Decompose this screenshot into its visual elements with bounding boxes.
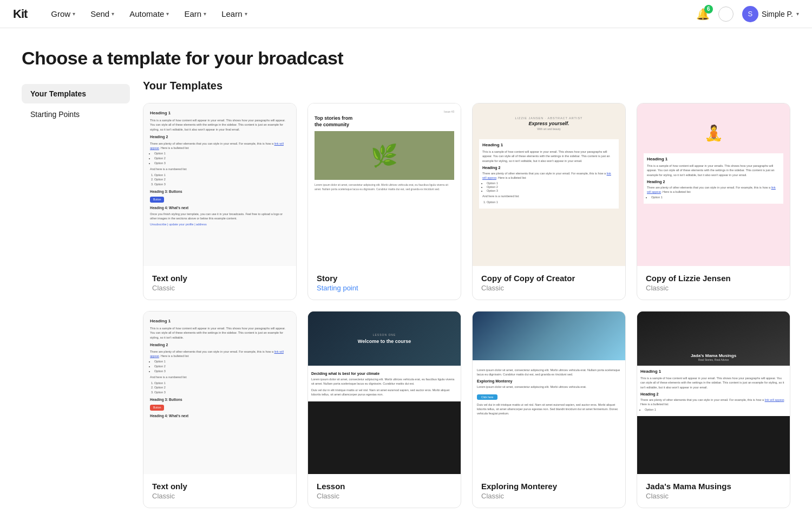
template-preview-story: Issue #3 Top stories fromthe community 🌿… <box>308 103 461 266</box>
story-image: 🌿 <box>315 131 454 180</box>
templates-grid-row1: Heading 1 This is a sample of how conten… <box>143 103 790 300</box>
template-info-creator: Copy of Copy of Creator Classic <box>473 266 625 300</box>
template-card-lizzie[interactable]: 🧘 Heading 1 This is a sample of how cont… <box>637 103 790 300</box>
page-header: Choose a template for your broadcast <box>0 28 812 80</box>
template-preview-text-only: Heading 1 This is a sample of how conten… <box>143 103 296 266</box>
nav-links: Grow ▾ Send ▾ Automate ▾ Earn ▾ Learn ▾ <box>44 6 696 22</box>
nav-circle-icon[interactable] <box>718 7 734 22</box>
lesson-image: LESSON ONE Welcome to the course <box>308 312 461 366</box>
template-type: Classic <box>152 284 287 292</box>
template-name: Copy of Copy of Creator <box>481 274 617 283</box>
monterey-image <box>473 312 625 360</box>
template-info-text-only: Text only Classic <box>143 266 296 300</box>
template-preview-text-only-2: Heading 1 This is a sample of how conten… <box>143 312 296 474</box>
nav-right: 🔔 6 S Simple P. ▾ <box>696 6 799 22</box>
template-preview-creator: LIZZIE JANSEN · ABSTRACT ARTIST Express … <box>473 103 625 266</box>
main-content: Your Templates Heading 1 This is a sampl… <box>130 80 790 508</box>
notification-badge: 6 <box>704 5 713 14</box>
template-card-story[interactable]: Issue #3 Top stories fromthe community 🌿… <box>307 103 461 300</box>
lizzie-art-icon: 🧘 <box>697 116 730 149</box>
chevron-down-icon: ▾ <box>245 11 247 17</box>
template-info-monterey: Exploring Monterey Classic <box>473 474 625 508</box>
navbar: Kit Grow ▾ Send ▾ Automate ▾ Earn ▾ Lear… <box>0 0 812 28</box>
nav-automate[interactable]: Automate ▾ <box>123 6 175 22</box>
template-type: Classic <box>481 492 617 500</box>
chevron-down-icon: ▾ <box>73 11 75 17</box>
logo[interactable]: Kit <box>13 7 27 21</box>
template-info-text-only-2: Text only Classic <box>143 474 296 508</box>
template-info-story: Story Starting point <box>308 266 461 300</box>
template-type: Classic <box>646 492 781 500</box>
sidebar-item-your-templates[interactable]: Your Templates <box>22 84 130 103</box>
template-type: Classic <box>481 284 617 292</box>
section-title: Your Templates <box>143 80 790 92</box>
template-name: Exploring Monterey <box>481 482 617 491</box>
template-info-lizzie: Copy of Lizzie Jensen Classic <box>637 266 790 300</box>
page: Choose a template for your broadcast You… <box>0 28 812 530</box>
templates-grid-row2: Heading 1 This is a sample of how conten… <box>143 311 790 508</box>
chevron-down-icon: ▾ <box>204 11 206 17</box>
nav-learn[interactable]: Learn ▾ <box>215 6 253 22</box>
notification-bell[interactable]: 🔔 6 <box>696 8 710 21</box>
preview-text-only-content: Heading 1 This is a sample of how conten… <box>150 110 290 229</box>
template-preview-lesson: LESSON ONE Welcome to the course Decidin… <box>308 312 461 474</box>
avatar: S <box>742 6 758 22</box>
template-card-jada[interactable]: Jada's Mama Musings Real Stories, Real A… <box>637 311 790 508</box>
jada-image: Jada's Mama Musings Real Stories, Real A… <box>637 312 790 366</box>
user-menu[interactable]: S Simple P. ▾ <box>742 6 799 22</box>
template-name: Lesson <box>317 482 452 491</box>
chevron-down-icon: ▾ <box>166 11 169 17</box>
content: Your Templates Starting Points Your Temp… <box>0 80 812 530</box>
template-type: Classic <box>317 492 452 500</box>
template-type: Starting point <box>317 284 452 292</box>
chevron-down-icon: ▾ <box>112 11 114 17</box>
nav-grow[interactable]: Grow ▾ <box>44 6 82 22</box>
template-card-text-only[interactable]: Heading 1 This is a sample of how conten… <box>143 103 297 300</box>
sidebar-item-starting-points[interactable]: Starting Points <box>22 105 130 124</box>
chevron-down-icon: ▾ <box>796 11 799 17</box>
nav-send[interactable]: Send ▾ <box>84 6 121 22</box>
nav-earn[interactable]: Earn ▾ <box>178 6 213 22</box>
template-card-creator[interactable]: LIZZIE JANSEN · ABSTRACT ARTIST Express … <box>472 103 626 300</box>
template-info-lesson: Lesson Classic <box>308 474 461 508</box>
template-preview-jada: Jada's Mama Musings Real Stories, Real A… <box>637 312 790 474</box>
template-preview-lizzie: 🧘 Heading 1 This is a sample of how cont… <box>637 103 790 266</box>
template-type: Classic <box>646 284 781 292</box>
template-name: Text only <box>152 482 287 491</box>
template-type: Classic <box>152 492 287 500</box>
page-title: Choose a template for your broadcast <box>22 48 790 69</box>
preview-text-only-2-content: Heading 1 This is a sample of how conten… <box>150 318 290 420</box>
template-name: Jada's Mama Musings <box>646 482 781 491</box>
template-card-text-only-2[interactable]: Heading 1 This is a sample of how conten… <box>143 311 297 508</box>
sidebar: Your Templates Starting Points <box>22 80 130 508</box>
template-name: Text only <box>152 274 287 283</box>
template-card-monterey[interactable]: Lorem ipsum dolor sit amet, consectetur … <box>472 311 626 508</box>
template-name: Story <box>317 274 452 283</box>
template-info-jada: Jada's Mama Musings Classic <box>637 474 790 508</box>
template-preview-monterey: Lorem ipsum dolor sit amet, consectetur … <box>473 312 625 474</box>
template-card-lesson[interactable]: LESSON ONE Welcome to the course Decidin… <box>307 311 461 508</box>
template-name: Copy of Lizzie Jensen <box>646 274 781 283</box>
